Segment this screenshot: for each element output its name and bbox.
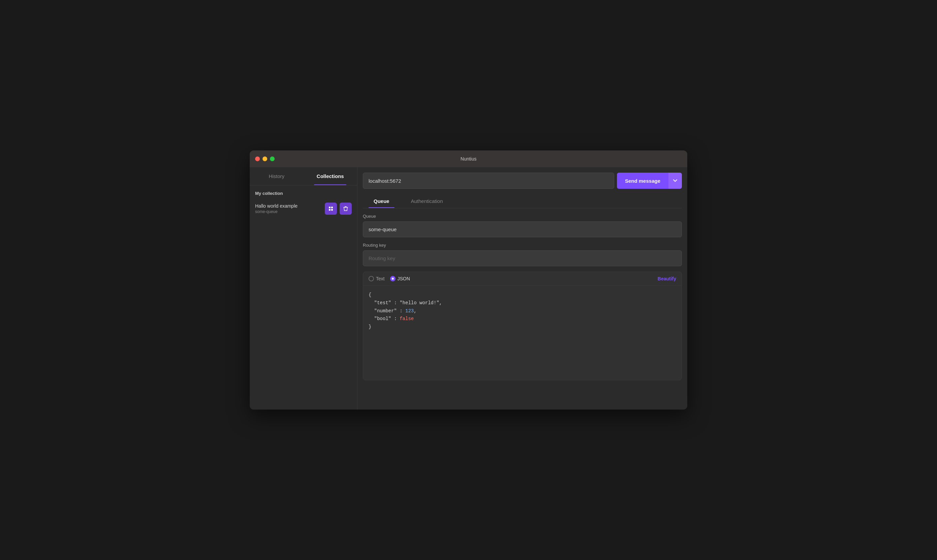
code-editor[interactable]: { "test" : "hello world!", "number" : 12… (363, 286, 682, 380)
maximize-button[interactable] (270, 157, 275, 161)
delete-collection-button[interactable] (340, 203, 352, 215)
top-bar: Send message (363, 173, 682, 189)
tab-queue[interactable]: Queue (363, 194, 400, 208)
sidebar-collection-content: My collection Hallo world example some-q… (250, 185, 357, 223)
body-format-options: Text JSON (369, 276, 410, 282)
text-format-option[interactable]: Text (369, 276, 385, 282)
main-tab-bar: Queue Authentication (363, 194, 682, 208)
close-button[interactable] (255, 157, 260, 161)
queue-section: Queue (363, 214, 682, 237)
beautify-button[interactable]: Beautify (658, 276, 676, 282)
tab-collections[interactable]: Collections (303, 167, 357, 185)
sidebar: History Collections My collection Hallo … (250, 167, 357, 409)
text-radio[interactable] (369, 276, 374, 282)
load-icon (328, 206, 334, 211)
text-format-label: Text (376, 276, 385, 282)
routing-key-input[interactable] (363, 251, 682, 266)
json-format-label: JSON (397, 276, 410, 282)
svg-rect-1 (331, 207, 333, 208)
json-line-3: "number" : 123, (369, 307, 676, 315)
json-line-2: "test" : "hello world!", (369, 299, 676, 307)
titlebar: Nuntius (250, 151, 687, 167)
url-input[interactable] (363, 173, 614, 189)
list-item: Hallo world example some-queue (255, 200, 352, 217)
main-content: History Collections My collection Hallo … (250, 167, 687, 409)
routing-key-section: Routing key (363, 243, 682, 266)
collection-item-name: Hallo world example (255, 203, 297, 209)
svg-rect-2 (329, 209, 331, 211)
collection-item-queue: some-queue (255, 209, 297, 214)
json-line-1: { (369, 291, 676, 299)
body-section: Text JSON Beautify { "test" : "hello wor… (363, 272, 682, 380)
send-button-group: Send message (617, 173, 682, 189)
tab-authentication[interactable]: Authentication (400, 194, 454, 208)
queue-input[interactable] (363, 222, 682, 237)
collection-group-label: My collection (255, 191, 352, 196)
svg-rect-0 (329, 207, 331, 208)
chevron-down-icon (673, 179, 677, 182)
sidebar-tab-bar: History Collections (250, 167, 357, 185)
routing-key-label: Routing key (363, 243, 682, 248)
queue-label: Queue (363, 214, 682, 219)
tab-history[interactable]: History (250, 167, 303, 185)
collection-item-info: Hallo world example some-queue (255, 203, 297, 214)
load-collection-button[interactable] (325, 203, 337, 215)
window-title: Nuntius (460, 156, 476, 162)
svg-rect-3 (331, 209, 333, 211)
json-line-4: "bool" : false (369, 315, 676, 323)
json-format-option[interactable]: JSON (390, 276, 410, 282)
json-radio[interactable] (390, 276, 395, 282)
collection-item-actions (325, 203, 352, 215)
body-toolbar: Text JSON Beautify (363, 272, 682, 286)
traffic-lights (255, 157, 275, 161)
app-window: Nuntius History Collections My collectio… (250, 151, 687, 409)
send-message-button[interactable]: Send message (617, 173, 668, 189)
main-panel: Send message Queue Authentication Queue (357, 167, 687, 409)
trash-icon (343, 206, 348, 211)
minimize-button[interactable] (263, 157, 267, 161)
send-dropdown-arrow[interactable] (668, 173, 682, 189)
json-line-5: } (369, 323, 676, 331)
